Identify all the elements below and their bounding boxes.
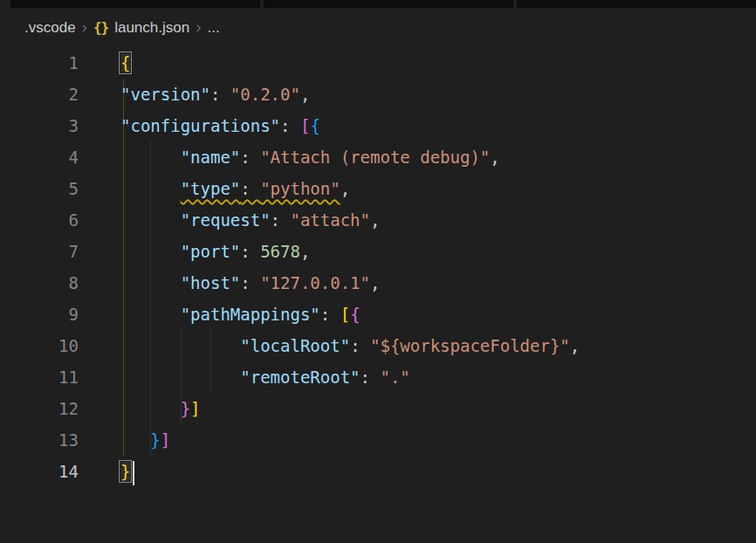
code-text[interactable]: }] <box>79 393 201 424</box>
indent-guide <box>150 141 151 456</box>
code-line[interactable]: 1{ <box>0 47 756 79</box>
code-token: } <box>181 399 190 418</box>
bracket-pair-guide <box>123 79 124 456</box>
code-token: : <box>210 85 230 104</box>
chevron-right-icon: › <box>196 18 201 35</box>
code-token: "attach" <box>290 210 370 230</box>
code-token: , <box>340 179 350 198</box>
code-line[interactable]: 5 "type": "python", <box>0 173 756 204</box>
indent-guide <box>181 330 182 424</box>
line-number: 13 <box>0 424 79 456</box>
text-cursor <box>133 461 134 485</box>
line-number: 10 <box>0 330 79 361</box>
code-token: } <box>150 430 160 450</box>
code-token: "configurations" <box>120 116 280 135</box>
line-number: 3 <box>0 110 79 141</box>
code-line[interactable]: 10 "localRoot": "${workspaceFolder}", <box>0 330 756 361</box>
code-token: "Attach (remote debug)" <box>260 148 490 167</box>
breadcrumb-symbol[interactable]: ... <box>208 19 220 37</box>
code-token: "request" <box>181 210 271 230</box>
line-number: 4 <box>0 141 79 173</box>
code-token: , <box>300 242 310 261</box>
code-token: [ <box>300 116 310 135</box>
code-token: "${workspaceFolder}" <box>370 336 570 355</box>
code-token: 5678 <box>260 242 300 261</box>
code-token: "pathMappings" <box>181 305 320 324</box>
code-token: "version" <box>120 85 210 104</box>
line-number: 5 <box>0 173 79 204</box>
code-token: "remoteRoot" <box>240 368 360 387</box>
code-token: "0.2.0" <box>230 85 300 104</box>
code-token: [ <box>340 305 350 324</box>
code-token: { <box>310 116 320 135</box>
code-token: "127.0.0.1" <box>260 273 370 292</box>
line-number: 12 <box>0 393 79 424</box>
code-editor[interactable]: 1{2"version": "0.2.0",3"configurations":… <box>0 47 756 487</box>
code-token <box>120 430 150 450</box>
code-line[interactable]: 4 "name": "Attach (remote debug)", <box>0 141 756 173</box>
code-line[interactable]: 14} <box>0 456 756 487</box>
line-number: 14 <box>0 456 79 487</box>
code-text[interactable]: "pathMappings": [{ <box>79 299 361 330</box>
code-token: "." <box>380 368 409 387</box>
code-token: : <box>320 305 340 324</box>
code-token: "port" <box>181 242 241 261</box>
code-token: : <box>361 368 381 387</box>
code-line[interactable]: 9 "pathMappings": [{ <box>0 299 756 330</box>
code-line[interactable]: 8 "host": "127.0.0.1", <box>0 267 756 299</box>
line-number: 6 <box>0 204 79 236</box>
code-token: : <box>280 116 300 135</box>
code-token: : <box>240 242 260 261</box>
code-token: , <box>570 336 580 355</box>
tab-bar <box>10 0 756 8</box>
code-token: ] <box>161 430 170 450</box>
code-line[interactable]: 3"configurations": [{ <box>0 110 756 141</box>
line-number: 1 <box>0 47 79 79</box>
code-text[interactable]: "type": "python", <box>79 173 350 204</box>
code-token: "python" <box>260 179 340 198</box>
code-line[interactable]: 6 "request": "attach", <box>0 204 756 236</box>
line-number: 2 <box>0 79 79 110</box>
matched-bracket: } <box>120 462 130 481</box>
matched-bracket: { <box>120 53 130 72</box>
code-text[interactable]: "configurations": [{ <box>79 110 320 141</box>
chevron-right-icon: › <box>82 18 87 35</box>
code-line[interactable]: 7 "port": 5678, <box>0 236 756 267</box>
code-token: : <box>271 210 291 230</box>
code-text[interactable]: "localRoot": "${workspaceFolder}", <box>79 330 580 361</box>
code-text[interactable]: "port": 5678, <box>79 236 310 267</box>
code-token: "localRoot" <box>240 336 350 355</box>
breadcrumb: .vscode › {} launch.json › ... <box>0 8 756 47</box>
line-number: 8 <box>0 267 79 299</box>
code-token: : <box>350 336 370 355</box>
code-text[interactable]: { <box>79 47 130 79</box>
code-token: : <box>240 179 260 198</box>
code-text[interactable]: }] <box>79 424 170 456</box>
tab-separator <box>513 0 517 8</box>
code-token: "type" <box>181 179 241 198</box>
code-token: : <box>240 273 260 292</box>
code-line[interactable]: 13 }] <box>0 424 756 456</box>
code-token: , <box>300 85 310 104</box>
code-line[interactable]: 11 "remoteRoot": "." <box>0 361 756 393</box>
tab-separator <box>260 0 264 8</box>
code-text[interactable]: "remoteRoot": "." <box>79 361 410 393</box>
code-text[interactable]: "version": "0.2.0", <box>79 79 310 110</box>
code-line[interactable]: 12 }] <box>0 393 756 424</box>
json-file-icon: {} <box>93 19 108 36</box>
code-text[interactable]: } <box>79 456 134 487</box>
line-number: 11 <box>0 361 79 393</box>
code-token: ] <box>190 399 200 418</box>
breadcrumb-folder[interactable]: .vscode <box>24 19 76 37</box>
code-token: , <box>370 210 380 230</box>
breadcrumb-file[interactable]: launch.json <box>114 19 189 37</box>
code-token: , <box>490 148 499 167</box>
code-token: , <box>370 273 380 292</box>
code-text[interactable]: "name": "Attach (remote debug)", <box>79 141 500 173</box>
code-token: { <box>350 305 360 324</box>
line-number: 7 <box>0 236 79 267</box>
code-line[interactable]: 2"version": "0.2.0", <box>0 79 756 110</box>
line-number: 9 <box>0 299 79 330</box>
code-token: "host" <box>181 273 241 292</box>
code-token: "name" <box>181 148 241 167</box>
